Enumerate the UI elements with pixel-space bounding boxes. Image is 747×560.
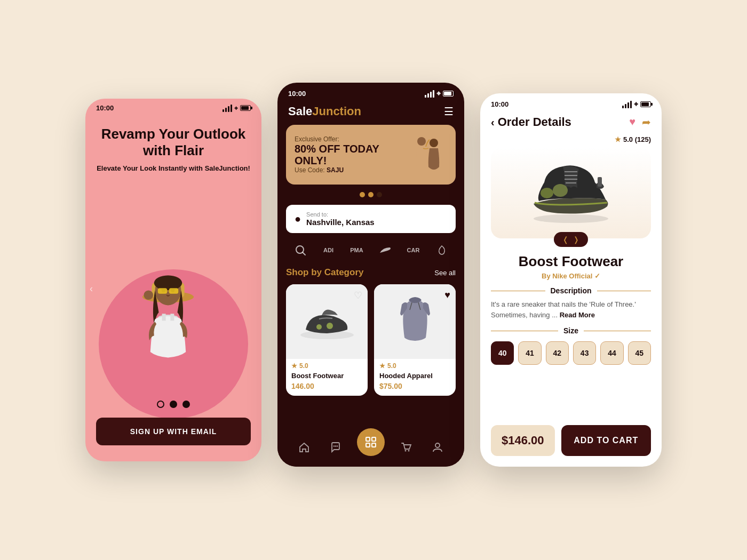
signal-icon xyxy=(222,105,232,112)
svg-point-28 xyxy=(404,450,406,452)
city-value: Nashville, Kansas xyxy=(306,218,375,227)
add-to-cart-button[interactable]: ADD TO CART xyxy=(561,425,651,456)
svg-rect-27 xyxy=(372,443,376,447)
svg-rect-26 xyxy=(366,443,370,447)
chat-nav-button[interactable] xyxy=(325,437,346,458)
product-image-2 xyxy=(374,284,456,359)
next-product-icon[interactable]: ❭ xyxy=(573,235,579,244)
size-42[interactable]: 42 xyxy=(546,341,569,365)
svg-point-17 xyxy=(316,324,322,330)
scan-nav-button[interactable] xyxy=(357,428,385,456)
product-nav-arrows[interactable]: ❬ ❭ xyxy=(554,232,588,247)
back-arrow-icon: ‹ xyxy=(491,116,495,129)
size-41[interactable]: 41 xyxy=(518,341,541,365)
dot-3[interactable] xyxy=(182,401,190,408)
rating-value: 5.0 (125) xyxy=(623,135,651,143)
location-bar[interactable]: ● Send to: Nashville, Kansas xyxy=(286,205,456,233)
cart-nav-button[interactable] xyxy=(395,437,417,458)
phone-order-details: 10:00 ⌖ ‹ Order Details ♥ xyxy=(480,93,662,467)
brand-row: ADI PMA CAR xyxy=(277,241,464,267)
adidas-icon[interactable]: ADI xyxy=(319,241,338,260)
svg-point-37 xyxy=(553,184,568,197)
status-icons-2: ⌖ xyxy=(425,89,454,98)
nike-icon[interactable] xyxy=(376,241,395,260)
puma-icon[interactable]: PMA xyxy=(347,241,367,260)
signup-button[interactable]: SIGN UP WITH EMAIL xyxy=(96,418,251,445)
divider-left xyxy=(491,291,545,291)
size-40[interactable]: 40 xyxy=(491,341,514,365)
description-label: Description xyxy=(551,286,592,295)
time-1: 10:00 xyxy=(96,104,114,112)
product-card-1[interactable]: ♡ ★ 5.0 Boost Footwear 146.00 xyxy=(286,284,368,396)
svg-rect-38 xyxy=(598,177,602,187)
wifi-icon-3: ⌖ xyxy=(634,100,638,109)
bdot-3[interactable] xyxy=(377,192,382,197)
rating-1: ★ 5.0 xyxy=(286,359,368,371)
dot-2[interactable] xyxy=(170,401,177,408)
size-44[interactable]: 44 xyxy=(600,341,623,365)
splash-text: Revamp Your Outlook with Flair Elevate Y… xyxy=(85,115,261,178)
share-icon[interactable]: ➦ xyxy=(642,116,651,129)
size-45[interactable]: 45 xyxy=(628,341,651,365)
size-divider: Size xyxy=(491,326,651,335)
heart-icon-2[interactable]: ♥ xyxy=(444,290,450,301)
size-label: Size xyxy=(563,326,578,335)
read-more-button[interactable]: Read More xyxy=(560,311,595,319)
svg-rect-7 xyxy=(169,288,179,294)
star-icon-detail: ★ xyxy=(615,135,621,143)
product-card-2[interactable]: ♥ ★ 5.0 Hooded Apparel $75.00 xyxy=(374,284,456,396)
status-icons-3: ⌖ xyxy=(622,100,651,109)
size-divider-right xyxy=(584,331,651,331)
bottom-cta: $146.00 ADD TO CART xyxy=(480,417,662,467)
status-bar-2: 10:00 ⌖ xyxy=(277,83,464,102)
product-price-2: $75.00 xyxy=(374,382,456,396)
bdot-2[interactable] xyxy=(368,192,374,197)
svg-point-12 xyxy=(417,137,426,146)
hero-section: Revamp Your Outlook with Flair Elevate Y… xyxy=(85,115,261,461)
rating-2: ★ 5.0 xyxy=(374,359,456,371)
carhartt-icon[interactable]: CAR xyxy=(404,241,423,260)
svg-point-22 xyxy=(335,445,336,446)
wifi-icon-2: ⌖ xyxy=(436,89,441,98)
search-icon[interactable] xyxy=(291,241,310,260)
svg-point-9 xyxy=(144,291,154,300)
status-icons-1: ⌖ xyxy=(222,105,251,112)
size-options: 40 41 42 43 44 45 xyxy=(491,341,651,365)
svg-rect-25 xyxy=(372,437,376,441)
heart-icon-1[interactable]: ♡ xyxy=(354,290,362,301)
svg-point-18 xyxy=(327,323,333,329)
status-bar-3: 10:00 ⌖ xyxy=(480,93,662,113)
promo-banner[interactable]: Exclusive Offer: 80% OFF TODAY ONLY! Use… xyxy=(286,125,456,185)
brand5-icon[interactable] xyxy=(432,241,451,260)
bdot-1[interactable] xyxy=(360,192,365,197)
prev-product-icon[interactable]: ❬ xyxy=(562,235,569,244)
back-button[interactable]: ‹ Order Details xyxy=(491,115,571,129)
price-badge: $146.00 xyxy=(491,425,555,456)
send-to-label: Send to: xyxy=(306,211,375,218)
product-name-1: Boost Footwear xyxy=(286,371,368,382)
size-43[interactable]: 43 xyxy=(573,341,596,365)
size-section: Size 40 41 42 43 44 45 xyxy=(480,320,662,369)
menu-icon[interactable]: ☰ xyxy=(444,105,454,118)
see-all-button[interactable]: See all xyxy=(434,269,456,277)
category-title: Shop by Category xyxy=(286,267,363,278)
home-nav-button[interactable] xyxy=(293,437,315,458)
header-actions: ♥ ➦ xyxy=(629,116,651,129)
product-list: ♡ ★ 5.0 Boost Footwear 146.00 xyxy=(277,284,464,396)
favorite-icon[interactable]: ♥ xyxy=(629,116,635,129)
star-icon-2: ★ xyxy=(379,362,385,370)
dot-1[interactable] xyxy=(157,401,164,408)
verified-icon: ✓ xyxy=(594,272,600,280)
svg-point-3 xyxy=(154,276,182,291)
size-divider-left xyxy=(491,331,558,331)
rating-value-2: 5.0 xyxy=(387,362,396,370)
product-hero: ❬ ❭ xyxy=(491,148,651,238)
prev-arrow[interactable]: ‹ xyxy=(90,283,93,294)
svg-point-13 xyxy=(430,139,438,147)
logo-sale: Sale xyxy=(288,105,312,118)
phone-shopping: 10:00 ⌖ SaleJunction ☰ xyxy=(277,83,464,467)
profile-nav-button[interactable] xyxy=(427,437,448,458)
use-code: Use Code: SAJU xyxy=(295,166,407,174)
rating-row: ★ 5.0 (125) xyxy=(480,135,662,148)
promo-figure xyxy=(407,133,447,176)
